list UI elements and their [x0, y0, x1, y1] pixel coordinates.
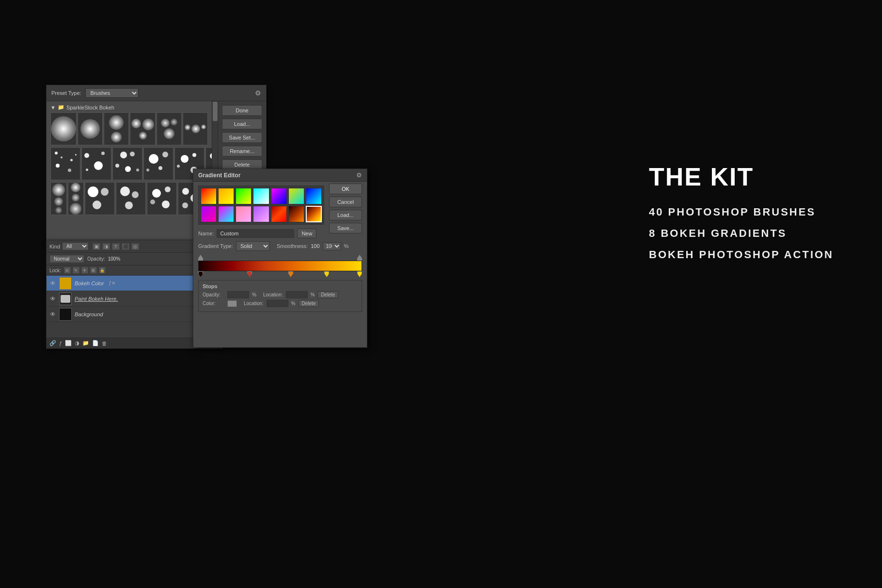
lock-position-icon[interactable]: ✛: [81, 267, 88, 274]
lock-transparency-icon[interactable]: ⊘: [64, 267, 71, 274]
smoothness-value: 100: [311, 243, 319, 249]
shape-filter-icon[interactable]: ⬛: [122, 243, 129, 250]
adjust-filter-icon[interactable]: ◑: [102, 243, 110, 250]
brush-cell[interactable]: [50, 112, 77, 145]
opacity-value: 100%: [108, 256, 121, 262]
brush-cell[interactable]: [81, 147, 111, 180]
layer-visibility-icon[interactable]: 👁: [49, 280, 56, 287]
color-stop-label: Color:: [203, 301, 224, 306]
link-layers-icon[interactable]: 🔗: [49, 340, 56, 346]
gradient-save-button[interactable]: Save...: [329, 223, 362, 233]
gradient-new-button[interactable]: New: [297, 229, 316, 238]
opacity-stop-right[interactable]: [357, 255, 362, 261]
gradient-swatch-7[interactable]: [306, 188, 322, 204]
scrollbar-thumb[interactable]: [213, 102, 218, 121]
gradient-type-select[interactable]: Solid: [236, 241, 270, 251]
kit-item-action: BOKEH PHOTOSHOP ACTION: [649, 248, 834, 261]
kind-label: Kind: [49, 244, 60, 249]
gradient-swatch-9[interactable]: [201, 206, 217, 222]
gradient-swatch-4[interactable]: [253, 188, 269, 204]
color-stop-2[interactable]: [288, 271, 293, 277]
brush-group-header: ▼ 📁 SparkleStock Bokeh: [48, 103, 210, 111]
gradient-preview-bar[interactable]: [198, 261, 362, 271]
gradient-swatch-12[interactable]: [253, 206, 269, 222]
brush-cell[interactable]: [50, 182, 67, 215]
blend-mode-select[interactable]: Normal: [49, 255, 84, 263]
opacity-stop-field[interactable]: [227, 291, 249, 298]
done-button[interactable]: Done: [222, 105, 262, 116]
gradient-bar-container: [198, 255, 362, 277]
brush-cell[interactable]: [68, 182, 84, 215]
brush-cell[interactable]: [78, 112, 103, 145]
gradient-swatch-13[interactable]: [271, 206, 287, 222]
opacity-location-field[interactable]: [286, 291, 308, 298]
filter-icons: ▣ ◑ T ⬛ ◎: [93, 243, 139, 250]
color-stop-3[interactable]: [324, 271, 329, 277]
gradient-swatch-5[interactable]: [271, 188, 287, 204]
color-delete-button[interactable]: Delete: [299, 300, 319, 307]
preset-panel-header: Preset Type: Brushes ⚙: [47, 85, 266, 101]
type-filter-icon[interactable]: T: [112, 243, 120, 250]
gradient-swatch-15[interactable]: [306, 206, 322, 222]
gear-icon[interactable]: ⚙: [255, 89, 261, 97]
expand-icon[interactable]: ▼: [50, 105, 56, 110]
gradient-swatch-2[interactable]: [218, 188, 234, 204]
new-layer-icon[interactable]: 📄: [92, 340, 99, 346]
brush-cell[interactable]: [116, 182, 146, 215]
brush-cell[interactable]: [50, 147, 80, 180]
color-stop-left[interactable]: [198, 271, 203, 277]
gradient-ok-button[interactable]: OK: [329, 184, 362, 194]
gradient-name-input[interactable]: [217, 229, 294, 238]
gradient-editor-gear-icon[interactable]: ⚙: [356, 171, 362, 179]
brush-cell[interactable]: [147, 182, 177, 215]
gradient-type-row: Gradient Type: Solid Smoothness: 100 100…: [198, 241, 362, 251]
color-stop-right[interactable]: [357, 271, 362, 277]
rename-button[interactable]: Rename...: [222, 146, 262, 156]
preset-type-select[interactable]: Brushes: [85, 88, 139, 98]
pixel-filter-icon[interactable]: ▣: [93, 243, 100, 250]
lock-all-icon[interactable]: 🔒: [99, 267, 106, 274]
smart-filter-icon[interactable]: ◎: [131, 243, 139, 250]
layer-visibility-icon[interactable]: 👁: [49, 295, 56, 302]
new-fill-layer-icon[interactable]: ◑: [75, 340, 79, 346]
brush-cell[interactable]: [130, 112, 155, 145]
brush-cell[interactable]: [183, 112, 208, 145]
smoothness-select[interactable]: 100: [323, 242, 341, 250]
gradient-swatch-10[interactable]: [218, 206, 234, 222]
add-style-icon[interactable]: ƒ: [59, 340, 62, 346]
brush-cell[interactable]: [143, 147, 173, 180]
brush-cell[interactable]: [104, 112, 129, 145]
load-button[interactable]: Load...: [222, 119, 262, 129]
gradient-swatch-3[interactable]: [236, 188, 252, 204]
gradient-swatch-11[interactable]: [236, 206, 252, 222]
lock-artboard-icon[interactable]: ⊞: [90, 267, 97, 274]
opacity-delete-button[interactable]: Delete: [317, 291, 338, 298]
brush-row-1: [48, 111, 210, 146]
gradient-load-button[interactable]: Load...: [329, 210, 362, 220]
brush-cell[interactable]: [112, 147, 142, 180]
layer-name: Bokeh Color: [75, 280, 104, 286]
gradient-swatch-6[interactable]: [288, 188, 304, 204]
brush-cell[interactable]: [85, 182, 115, 215]
color-stop-1[interactable]: [247, 271, 252, 277]
opacity-location-pct: %: [311, 292, 315, 297]
new-group-icon[interactable]: 📁: [82, 340, 89, 346]
gradient-swatch-14[interactable]: [288, 206, 304, 222]
lock-image-icon[interactable]: ✎: [73, 267, 79, 274]
layer-visibility-icon[interactable]: 👁: [49, 311, 56, 318]
save-set-button[interactable]: Save Set...: [222, 132, 262, 143]
gradient-cancel-button[interactable]: Cancel: [329, 197, 362, 207]
brush-cell[interactable]: [157, 112, 182, 145]
gradient-swatch-1[interactable]: [201, 188, 217, 204]
smoothness-label: Smoothness:: [277, 243, 308, 249]
preset-brush-area: ▼ 📁 SparkleStock Bokeh: [47, 101, 212, 244]
add-mask-icon[interactable]: ⬜: [65, 340, 72, 346]
gradient-presets-row1: [201, 188, 322, 204]
gradient-editor-action-buttons: OK Cancel Load... Save...: [329, 184, 362, 233]
stops-section: Stops Opacity: % Location: % Delete Colo…: [198, 280, 362, 312]
color-location-field[interactable]: [267, 300, 288, 307]
kind-select[interactable]: All: [62, 242, 89, 250]
delete-layer-icon[interactable]: 🗑: [102, 340, 107, 346]
color-swatch-preview[interactable]: [227, 300, 237, 307]
opacity-stop-left[interactable]: [198, 255, 203, 261]
